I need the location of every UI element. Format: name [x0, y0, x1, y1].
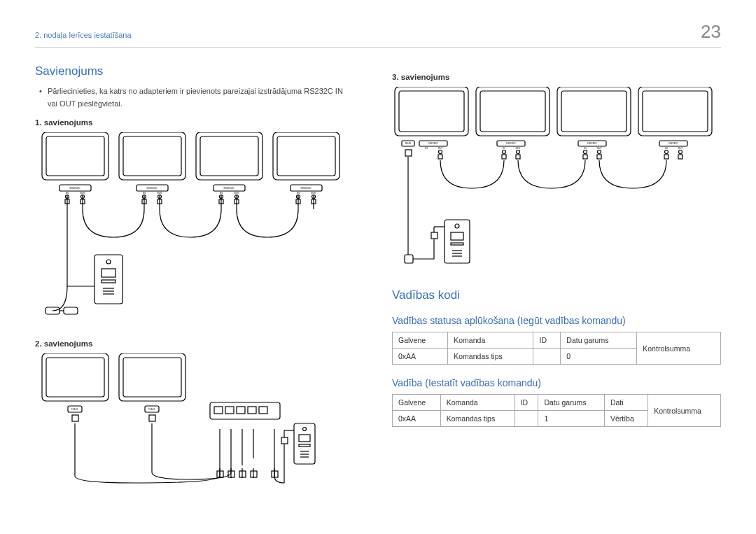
svg-text:IN: IN — [66, 191, 69, 195]
table-row: Galvene Komanda ID Datu garums Kontrolsu… — [393, 332, 721, 349]
cell: Komanda — [448, 332, 533, 349]
svg-rect-102 — [405, 150, 412, 156]
svg-text:OUT: OUT — [157, 191, 163, 195]
svg-point-112 — [517, 150, 520, 154]
svg-point-137 — [455, 224, 459, 228]
svg-rect-72 — [248, 407, 256, 414]
svg-text:OUT: OUT — [596, 147, 601, 150]
svg-rect-114 — [516, 155, 520, 159]
svg-text:OUT: OUT — [515, 147, 520, 150]
connection-1-label: 1. savienojums — [35, 118, 350, 127]
connection-2-label: 2. savienojums — [35, 339, 350, 348]
svg-rect-86 — [299, 435, 310, 442]
svg-text:IN: IN — [665, 147, 668, 150]
svg-text:OUT: OUT — [80, 191, 86, 195]
svg-point-121 — [584, 150, 587, 154]
svg-point-49 — [106, 260, 111, 264]
svg-rect-67 — [149, 415, 155, 421]
svg-rect-48 — [94, 255, 122, 304]
svg-rect-0 — [42, 132, 108, 180]
svg-rect-126 — [643, 91, 708, 132]
svg-text:RJ45: RJ45 — [148, 407, 155, 411]
svg-rect-91 — [281, 437, 288, 444]
cell — [533, 349, 561, 365]
svg-rect-136 — [444, 220, 470, 263]
svg-text:RS232C: RS232C — [146, 186, 157, 190]
svg-rect-143 — [431, 232, 438, 239]
svg-rect-62 — [72, 415, 78, 421]
subsection-get-command: Vadības statusa aplūkošana (Iegūt vadība… — [392, 315, 721, 326]
connection-3-label: 3. savienojums — [392, 73, 721, 81]
svg-rect-69 — [214, 407, 223, 414]
svg-rect-134 — [678, 155, 682, 159]
table-get-command: Galvene Komanda ID Datu garums Kontrolsu… — [392, 332, 721, 365]
connection-1-diagram: RS232C IN OUT RS232C IN OUT — [35, 132, 350, 328]
svg-rect-12 — [119, 132, 186, 180]
svg-rect-113 — [502, 155, 506, 159]
svg-point-103 — [439, 150, 442, 154]
instruction-bullet: Pārliecinieties, ka katrs no adapteriem … — [35, 85, 350, 110]
cell: Galvene — [393, 332, 448, 349]
svg-text:RJ45: RJ45 — [405, 142, 411, 145]
svg-rect-58 — [42, 353, 108, 401]
svg-text:IN: IN — [143, 191, 146, 195]
svg-rect-125 — [638, 87, 712, 136]
cell: Komanda — [440, 395, 514, 411]
svg-rect-63 — [119, 353, 186, 401]
svg-rect-135 — [405, 255, 413, 263]
table-row: Galvene Komanda ID Datu garums Dati Kont… — [393, 395, 721, 411]
cell: Datu garums — [538, 395, 604, 411]
cell: Kontrolsumma — [648, 395, 721, 427]
svg-rect-116 — [561, 91, 626, 132]
subsection-set-command: Vadība (Iestatīt vadības komandu) — [392, 377, 721, 388]
svg-rect-104 — [438, 155, 442, 159]
cell: Komandas tips — [448, 349, 533, 365]
svg-rect-123 — [583, 155, 587, 159]
svg-point-85 — [303, 428, 307, 431]
svg-rect-25 — [200, 136, 258, 176]
cell: Galvene — [393, 395, 441, 411]
cell: 1 — [538, 411, 604, 427]
svg-text:OUT: OUT — [234, 191, 240, 195]
svg-text:IN: IN — [425, 147, 428, 150]
svg-rect-73 — [259, 407, 267, 414]
svg-text:RJ45: RJ45 — [71, 407, 78, 411]
svg-text:RS232C: RS232C — [223, 186, 234, 190]
svg-rect-133 — [664, 155, 668, 159]
connection-2-diagram: RJ45 RJ45 — [35, 353, 350, 486]
svg-text:OUT: OUT — [678, 147, 682, 150]
svg-rect-138 — [451, 232, 463, 240]
svg-rect-124 — [597, 155, 601, 159]
cell: Vērtība — [604, 411, 648, 427]
svg-rect-59 — [46, 358, 104, 397]
cell: Kontrolsumma — [637, 332, 721, 365]
cell: 0 — [561, 349, 637, 365]
page-header: 2. nodaļa Ierīces iestatīšana 23 — [35, 21, 721, 48]
table-set-command: Galvene Komanda ID Datu garums Dati Kont… — [392, 394, 721, 427]
svg-text:RS232C: RS232C — [506, 142, 516, 145]
svg-text:RS232C: RS232C — [587, 142, 597, 145]
svg-rect-95 — [399, 91, 464, 132]
svg-point-122 — [598, 150, 601, 154]
cell: ID — [514, 395, 538, 411]
svg-rect-94 — [395, 87, 468, 136]
svg-rect-24 — [196, 132, 262, 180]
svg-text:OUT: OUT — [438, 147, 442, 150]
svg-text:RS232C: RS232C — [428, 142, 438, 145]
right-column: 3. savienojums RJ45 RS232C IN OUT — [392, 64, 721, 498]
svg-text:IN: IN — [297, 191, 300, 195]
page-number: 23 — [701, 21, 721, 43]
svg-rect-87 — [299, 444, 310, 447]
cell — [514, 411, 538, 427]
svg-point-111 — [503, 150, 506, 154]
svg-rect-56 — [64, 307, 78, 314]
cell: ID — [533, 332, 561, 349]
svg-rect-37 — [277, 136, 335, 176]
cell: Komandas tips — [440, 411, 514, 427]
svg-rect-71 — [237, 407, 245, 414]
svg-point-131 — [665, 150, 668, 154]
svg-rect-84 — [294, 423, 315, 464]
cell: 0xAA — [393, 411, 441, 427]
left-column: Savienojums Pārliecinieties, ka katrs no… — [35, 64, 350, 498]
svg-text:OUT: OUT — [311, 191, 317, 195]
